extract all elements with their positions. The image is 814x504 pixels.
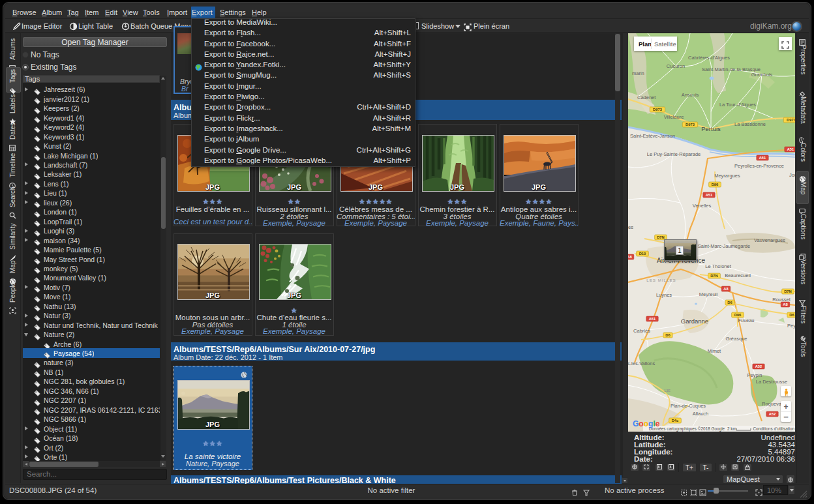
svg-text:Beaurecueil: Beaurecueil [725,273,751,278]
svg-text:La Bastidonne: La Bastidonne [734,121,766,127]
svg-text:Cadenet: Cadenet [637,95,656,100]
svg-text:A52: A52 [769,412,776,416]
svg-text:Mimet: Mimet [708,348,721,354]
svg-text:Saint-Marc-Jaumegarde: Saint-Marc-Jaumegarde [698,243,750,249]
svg-text:Conditions d’utilisation: Conditions d’utilisation [753,426,794,431]
svg-text:es: es [628,224,633,230]
svg-text:D6: D6 [727,301,732,304]
svg-text:A51: A51 [649,317,656,321]
svg-text:LES MILLES: LES MILLES [646,278,676,282]
svg-text:Google: Google [633,419,660,428]
svg-text:D6: D6 [665,333,671,337]
svg-text:Peypin: Peypin [747,372,762,378]
svg-text:A51: A51 [706,193,713,197]
svg-text:D4c: D4c [672,419,679,422]
svg-text:Rousset: Rousset [772,297,791,303]
svg-text:Meyrargues: Meyrargues [714,173,740,179]
svg-text:2 km: 2 km [727,426,736,431]
svg-text:Villelaure: Villelaure [664,114,684,120]
svg-text:D973: D973 [787,118,795,122]
svg-text:A52: A52 [755,364,762,368]
svg-text:Luynes: Luynes [656,292,672,298]
svg-text:Jouques: Jouques [789,172,795,178]
svg-text:A51: A51 [787,147,794,151]
svg-text:Fuveau: Fuveau [738,318,754,323]
svg-text:Le Tholonet: Le Tholonet [705,263,731,269]
svg-text:Gréasque: Gréasque [726,336,747,342]
svg-text:A8: A8 [783,303,788,306]
svg-text:Peyrolles-en-Provence: Peyrolles-en-Provence [734,163,784,169]
svg-text:Données cartographiques ©2018: Données cartographiques ©2018 Google [649,426,725,432]
svg-text:Cucuron: Cucuron [667,63,685,69]
svg-text:Ansouis: Ansouis [682,92,699,98]
svg-text:La Destrousse: La Destrousse [756,379,787,385]
svg-text:D973: D973 [686,123,695,126]
svg-text:Gardanne: Gardanne [681,318,708,325]
svg-text:Saint-Estève-Janson: Saint-Estève-Janson [630,133,675,139]
svg-text:marin: marin [632,70,644,76]
svg-text:D10: D10 [639,252,646,256]
svg-text:Plan-de-Cuques: Plan-de-Cuques [671,403,706,409]
svg-text:13E: 13E [664,389,671,393]
svg-text:D7N: D7N [784,289,792,293]
svg-text:Le Puy-Sainte-Réparade: Le Puy-Sainte-Réparade [647,151,701,157]
svg-text:A8: A8 [723,287,729,291]
svg-text:s-les-Vallons: s-les-Vallons [628,361,655,366]
svg-text:Vauvenargues: Vauvenargues [754,237,785,243]
svg-text:Allauch: Allauch [693,411,709,417]
svg-text:Cabriès: Cabriès [633,328,650,334]
svg-text:Venelles: Venelles [693,203,712,209]
svg-text:D7N: D7N [710,274,718,278]
svg-text:Peyni: Peyni [787,323,795,329]
svg-text:Cabrières-d’Aigues: Cabrières-d’Aigues [688,55,730,61]
svg-text:D96: D96 [712,183,719,186]
svg-text:D6: D6 [789,313,794,317]
svg-text:La Tour-d’Aigues: La Tour-d’Aigues [719,102,756,108]
svg-text:Meyreuil: Meyreuil [699,291,718,297]
svg-text:A8: A8 [628,255,632,259]
svg-text:Pertuis: Pertuis [701,125,721,132]
svg-text:Grambois: Grambois [751,72,773,78]
svg-text:A51: A51 [759,156,766,160]
svg-text:D973: D973 [653,108,663,111]
svg-text:D96: D96 [734,313,742,317]
